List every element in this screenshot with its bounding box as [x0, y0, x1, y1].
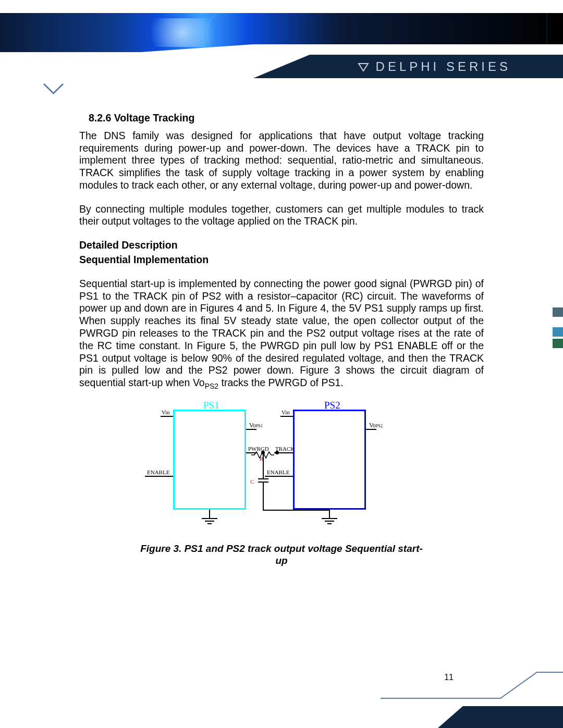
header-blue-band: DELPHI SERIES: [0, 13, 563, 52]
side-tab-1: [553, 307, 563, 317]
footer-dark-corner: [438, 706, 563, 728]
para3-part-b: tracks the PWRGD of PS1.: [218, 377, 343, 388]
subheading-detailed: Detailed Description: [79, 239, 484, 252]
section-heading: 8.2.6 Voltage Tracking: [89, 112, 484, 125]
ground-icon: [202, 518, 217, 528]
node-dot: [275, 451, 279, 454]
wire: [263, 483, 264, 510]
wire: [329, 510, 330, 518]
brand-text: DELPHI SERIES: [376, 59, 511, 74]
brand-block: DELPHI SERIES: [357, 59, 511, 74]
figure-3: PS1 PS2 Vin ENABLE VoPS1 PWRGD Vin TRACK…: [136, 400, 427, 566]
footer-line-art: [381, 668, 563, 699]
ps2-box: [293, 410, 366, 510]
ps1-box: [173, 410, 246, 510]
side-tab-gap: [553, 319, 563, 325]
side-tab-2: [553, 327, 563, 337]
page-content: 8.2.6 Voltage Tracking The DNS family wa…: [79, 112, 484, 577]
ps2-vin-label: Vin: [282, 409, 290, 416]
page-header: DELPHI SERIES DELPHI SERIES: [0, 0, 563, 78]
paragraph-3: Sequential start-up is implemented by co…: [79, 278, 484, 391]
circuit-diagram: PS1 PS2 Vin ENABLE VoPS1 PWRGD Vin TRACK…: [136, 400, 427, 535]
paragraph-1: The DNS family was designed for applicat…: [79, 130, 484, 192]
ps1-vin-label: Vin: [162, 409, 170, 416]
capacitor-label: C: [250, 478, 254, 485]
para3-part-a: Sequential start-up is implemented by co…: [79, 278, 484, 388]
side-tabs: [553, 307, 563, 350]
ps2-enable-label: ENABLE: [267, 469, 289, 476]
subheading-sequential: Sequential Implementation: [79, 254, 484, 266]
wire: [263, 453, 264, 478]
paragraph-2: By connecting multiple modules together,…: [79, 203, 484, 228]
ground-icon: [322, 518, 337, 528]
wire: [263, 510, 330, 511]
ps1-vo-label: VoPS1: [249, 422, 263, 429]
svg-marker-0: [359, 64, 368, 71]
figure-caption: Figure 3. PS1 and PS2 track output volta…: [136, 542, 427, 566]
header-dark-band: DELPHI SERIES: [0, 55, 563, 78]
para3-subscript: PS2: [205, 382, 219, 390]
wire: [209, 510, 210, 518]
brand-triangle-icon: [357, 60, 370, 73]
side-tab-3: [553, 339, 563, 348]
chevron-down-icon: [42, 81, 65, 96]
ps1-enable-label: ENABLE: [147, 469, 169, 476]
page-footer: 11: [0, 676, 563, 728]
ps2-vo-label: VoPS2: [369, 422, 383, 429]
